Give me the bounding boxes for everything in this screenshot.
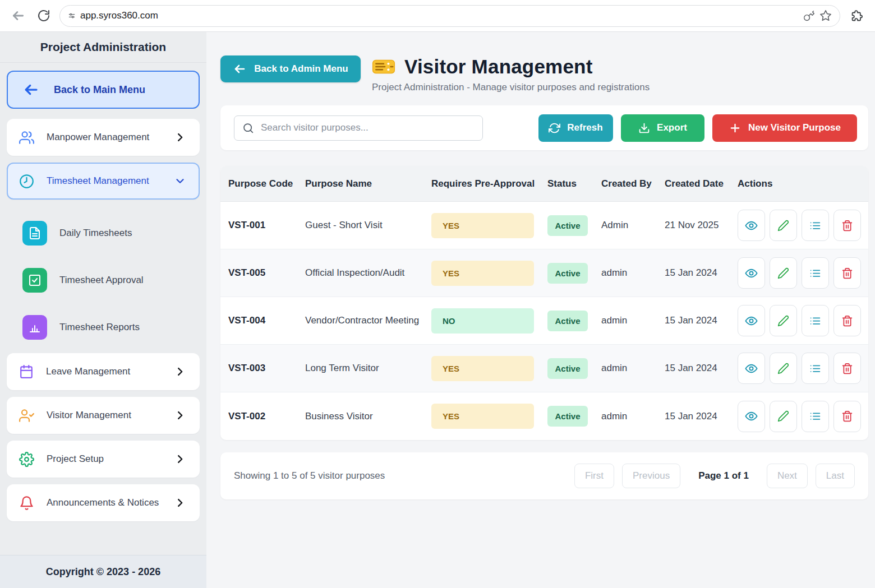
pencil-icon: [777, 363, 789, 374]
site-info-icon[interactable]: [68, 12, 76, 20]
table-row: VST-001 Guest - Short Visit YES Active A…: [220, 202, 868, 249]
details-button[interactable]: [802, 401, 829, 432]
edit-button[interactable]: [770, 305, 797, 336]
back-to-admin-menu-button[interactable]: Back to Admin Menu: [220, 55, 361, 82]
bookmark-star-icon[interactable]: [819, 10, 832, 22]
sidebar-item-announcements[interactable]: Announcements & Notices: [7, 484, 200, 521]
sidebar-subitem-timesheet-approval[interactable]: Timesheet Approval: [22, 268, 200, 293]
purpose-name: Business Visitor: [305, 411, 431, 422]
col-pre-approval: Requires Pre-Approval: [431, 178, 547, 189]
view-button[interactable]: [738, 210, 765, 241]
back-to-main-menu-label: Back to Main Menu: [54, 84, 145, 96]
created-date: 15 Jan 2024: [665, 411, 738, 422]
sidebar-item-manpower-management[interactable]: Manpower Management: [7, 119, 200, 156]
sidebar: Project Administration Back to Main Menu…: [0, 32, 206, 588]
view-button[interactable]: [738, 257, 765, 289]
col-purpose-name: Purpose Name: [305, 178, 431, 189]
previous-page-button[interactable]: Previous: [622, 464, 680, 488]
col-purpose-code: Purpose Code: [228, 178, 305, 189]
chevron-down-icon: [174, 175, 186, 187]
details-button[interactable]: [802, 353, 829, 384]
sidebar-item-timesheet-management[interactable]: Timesheet Management: [7, 163, 200, 200]
pre-approval-badge: YES: [431, 213, 534, 238]
delete-button[interactable]: [833, 257, 861, 289]
address-bar[interactable]: app.syros360.com: [59, 5, 840, 27]
trash-icon: [841, 410, 853, 422]
created-by: admin: [601, 363, 665, 374]
pagination-bar: Showing 1 to 5 of 5 visitor purposes Fir…: [220, 452, 868, 499]
status-badge: Active: [547, 358, 588, 379]
delete-button[interactable]: [833, 305, 861, 336]
back-to-main-menu-button[interactable]: Back to Main Menu: [7, 71, 200, 109]
table-row: VST-005 Official Inspection/Audit YES Ac…: [220, 249, 868, 297]
eye-icon: [745, 219, 758, 232]
user-check-icon: [19, 408, 34, 423]
table-row: VST-004 Vendor/Contractor Meeting NO Act…: [220, 297, 868, 345]
chevron-right-icon: [174, 409, 186, 422]
list-icon: [809, 410, 821, 422]
view-button[interactable]: [738, 353, 765, 384]
sidebar-item-visitor-management[interactable]: Visitor Management: [7, 397, 200, 434]
clock-icon: [19, 174, 34, 189]
main-content: Back to Admin Menu Visitor Management Pr…: [206, 32, 875, 588]
details-button[interactable]: [802, 210, 829, 241]
sidebar-item-project-setup[interactable]: Project Setup: [7, 441, 200, 478]
view-button[interactable]: [738, 401, 765, 432]
purpose-name: Long Term Visitor: [305, 363, 431, 374]
chevron-right-icon: [174, 497, 186, 509]
sidebar-item-label: Project Setup: [47, 453, 162, 465]
sidebar-item-leave-management[interactable]: Leave Management: [7, 353, 200, 390]
pencil-icon: [777, 220, 789, 232]
browser-back-button[interactable]: [8, 6, 28, 26]
delete-button[interactable]: [833, 401, 861, 432]
list-icon: [809, 315, 821, 327]
next-page-button[interactable]: Next: [767, 464, 808, 488]
created-date: 15 Jan 2024: [665, 267, 738, 279]
delete-button[interactable]: [833, 353, 861, 384]
sidebar-subitem-timesheet-reports[interactable]: Timesheet Reports: [22, 315, 200, 340]
first-page-button[interactable]: First: [574, 464, 614, 488]
sidebar-item-label: Manpower Management: [47, 132, 162, 143]
delete-button[interactable]: [833, 210, 861, 241]
url-text[interactable]: app.syros360.com: [80, 10, 799, 21]
edit-button[interactable]: [770, 353, 797, 384]
new-visitor-purpose-button[interactable]: New Visitor Purpose: [712, 114, 857, 142]
download-icon: [638, 122, 650, 134]
check-square-icon: [22, 268, 47, 293]
export-button[interactable]: Export: [621, 114, 704, 142]
sidebar-item-label: Visitor Management: [47, 410, 162, 421]
calendar-icon: [19, 364, 34, 379]
page-subtitle: Project Administration - Manage visitor …: [372, 82, 650, 93]
edit-button[interactable]: [770, 210, 797, 241]
search-input[interactable]: [261, 122, 475, 133]
view-button[interactable]: [738, 305, 765, 336]
col-actions: Actions: [738, 178, 860, 189]
pencil-icon: [777, 315, 789, 327]
extensions-puzzle-icon[interactable]: [846, 6, 867, 26]
table-row: VST-003 Long Term Visitor YES Active adm…: [220, 345, 868, 392]
password-key-icon[interactable]: [803, 10, 815, 22]
details-button[interactable]: [802, 305, 829, 336]
last-page-button[interactable]: Last: [816, 464, 855, 488]
created-date: 21 Nov 2025: [665, 220, 738, 231]
pre-approval-badge: YES: [431, 356, 534, 381]
sidebar-item-label: Timesheet Management: [47, 175, 162, 187]
subitem-label: Timesheet Reports: [59, 322, 140, 333]
details-button[interactable]: [802, 257, 829, 289]
subitem-label: Timesheet Approval: [59, 275, 144, 286]
back-to-admin-menu-label: Back to Admin Menu: [254, 63, 348, 75]
search-box: [234, 115, 483, 141]
browser-reload-button[interactable]: [34, 6, 54, 26]
toolbar: Refresh Export New Visitor Purpose: [220, 105, 868, 150]
edit-button[interactable]: [770, 257, 797, 289]
refresh-button[interactable]: Refresh: [538, 114, 613, 142]
edit-button[interactable]: [770, 401, 797, 432]
timesheet-submenu: Daily Timesheets Timesheet Approval Time…: [0, 206, 206, 353]
sidebar-subitem-daily-timesheets[interactable]: Daily Timesheets: [22, 221, 200, 246]
table-row: VST-002 Business Visitor YES Active admi…: [220, 392, 868, 440]
arrow-left-icon: [22, 81, 39, 98]
bar-chart-icon: [22, 315, 47, 340]
created-by: admin: [601, 411, 665, 422]
purpose-code: VST-002: [228, 411, 305, 422]
ticket-icon: [372, 57, 395, 77]
